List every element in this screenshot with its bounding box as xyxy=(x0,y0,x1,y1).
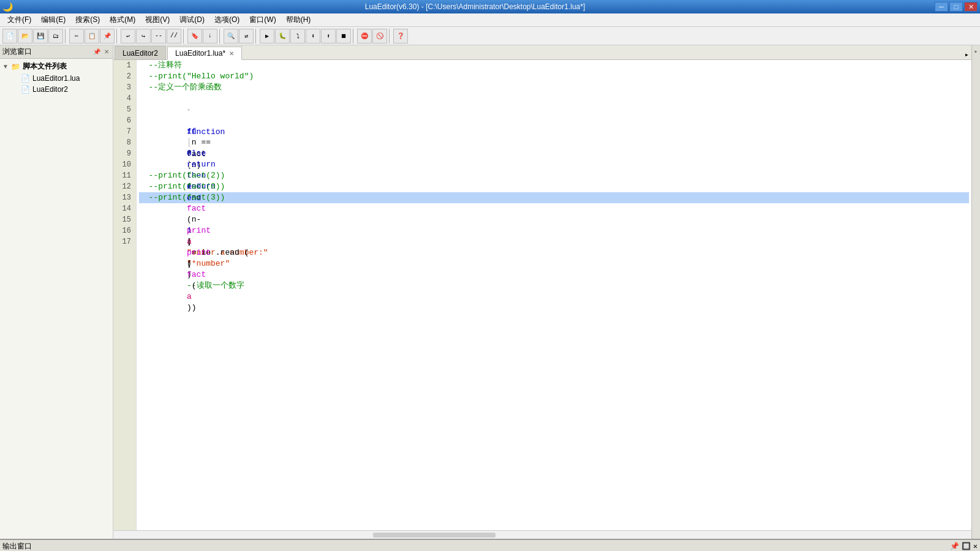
tab-scroll-right[interactable]: ▸ xyxy=(965,50,969,59)
tab-luaeditor1-close[interactable]: ✕ xyxy=(229,50,234,57)
code-content[interactable]: --注释符 --print("Hello world") --定义一个阶乘函数 … xyxy=(137,60,971,530)
line-numbers: 1 2 3 4 5 6 7 8 9 10 11 12 13 14 15 16 1… xyxy=(113,60,137,530)
menu-search[interactable]: 搜索(S) xyxy=(70,13,105,26)
clear-breakpoints[interactable]: 🚫 xyxy=(372,29,387,43)
menu-help[interactable]: 帮助(H) xyxy=(281,13,316,26)
line-num-15: 15 xyxy=(116,214,134,225)
stop-button[interactable]: ⏹ xyxy=(336,29,351,43)
right-panel-arrow: ▸ xyxy=(974,48,978,55)
code-line-2[interactable]: --print("Hello world") xyxy=(139,71,969,82)
code-line-5[interactable]: if n == 0 then xyxy=(139,104,969,115)
line-num-5: 5 xyxy=(116,104,134,115)
code-line-8[interactable]: │ return n= fact (n- 1 ) xyxy=(139,137,969,148)
bookmark-next[interactable]: ↓ xyxy=(203,29,217,43)
cut-button[interactable]: ✂ xyxy=(69,29,84,43)
menu-file[interactable]: 文件(F) xyxy=(2,13,36,26)
step-out[interactable]: ⬆ xyxy=(321,29,336,43)
close-button[interactable]: ✕ xyxy=(964,2,978,12)
step-over[interactable]: ⤵ xyxy=(290,29,305,43)
line-num-13: 13 xyxy=(116,192,134,203)
output-header: 输出窗口 📌 🔲 ✕ xyxy=(0,540,980,551)
line-num-1: 1 xyxy=(116,60,134,71)
main-layout: 浏览窗口 📌 ✕ ▼ 📁 脚本文件列表 📄 LuaEditor1.lua xyxy=(0,45,980,539)
comment-button[interactable]: -- xyxy=(151,29,166,43)
code-line-9[interactable]: - end xyxy=(139,148,969,159)
menu-bar: 文件(F) 编辑(E) 搜索(S) 格式(M) 视图(V) 调试(D) 选项(O… xyxy=(0,13,980,27)
right-panel-toggle[interactable]: ▸ xyxy=(971,45,980,539)
code-line-10[interactable]: end xyxy=(139,159,969,170)
line-num-4: 4 xyxy=(116,93,134,104)
menu-view[interactable]: 视图(V) xyxy=(140,13,175,26)
hscroll-thumb[interactable] xyxy=(373,533,496,538)
comment-1: --注释符 xyxy=(139,61,182,70)
comment-11: --print(fact(2)) xyxy=(139,171,225,180)
output-float[interactable]: 🔲 xyxy=(962,542,971,551)
toolbar-sep-4 xyxy=(219,29,222,43)
tab-luaeditor2[interactable]: LuaEditor2 xyxy=(115,46,166,59)
code-line-15[interactable]: a = io .read ( "*number" ) --读取一个数字 xyxy=(139,214,969,225)
run-button[interactable]: ▶ xyxy=(260,29,274,43)
sidebar: 浏览窗口 📌 ✕ ▼ 📁 脚本文件列表 📄 LuaEditor1.lua xyxy=(0,45,113,539)
menu-window[interactable]: 窗口(W) xyxy=(244,13,281,26)
copy-button[interactable]: 📋 xyxy=(85,29,99,43)
bookmark-toggle[interactable]: 🔖 xyxy=(187,29,202,43)
code-line-14[interactable]: print ( "enter a number:" ) xyxy=(139,203,969,214)
tree-root[interactable]: ▼ 📁 脚本文件列表 xyxy=(1,60,111,73)
code-line-13[interactable]: --print(fact(3)) xyxy=(139,192,969,203)
uncomment-button[interactable]: // xyxy=(167,29,181,43)
output-close[interactable]: ✕ xyxy=(973,542,978,551)
code-line-17[interactable] xyxy=(139,236,969,247)
sidebar-header: 浏览窗口 📌 ✕ xyxy=(0,45,113,59)
code-line-3[interactable]: --定义一个阶乘函数 xyxy=(139,82,969,93)
debug-button[interactable]: 🐛 xyxy=(275,29,290,43)
output-panel: 输出窗口 📌 🔲 ✕ Stack Traceback: c:\users\adm… xyxy=(0,539,980,551)
minimize-button[interactable]: ─ xyxy=(935,2,948,12)
menu-debug[interactable]: 调试(D) xyxy=(175,13,209,26)
fn-fact-call: fact xyxy=(187,204,206,213)
sidebar-pin-button[interactable]: 📌 xyxy=(92,47,102,56)
help-button[interactable]: ❓ xyxy=(393,29,408,43)
toolbar: 📄 📂 💾 🗂 ✂ 📋 📌 ↩ ↪ -- // 🔖 ↓ 🔍 ⇄ ▶ 🐛 ⤵ ⬇ … xyxy=(0,27,980,45)
redo-button[interactable]: ↪ xyxy=(136,29,151,43)
line-num-2: 2 xyxy=(116,71,134,82)
code-line-11[interactable]: --print(fact(2)) xyxy=(139,170,969,181)
tree-item-lua2-label: LuaEditor2 xyxy=(32,85,68,94)
save-all-button[interactable]: 🗂 xyxy=(48,29,63,43)
save-button[interactable]: 💾 xyxy=(33,29,48,43)
title-bar: 🌙 LuaEditor(v6.30) - [C:\Users\Administr… xyxy=(0,0,980,13)
sidebar-close-button[interactable]: ✕ xyxy=(103,47,110,56)
menu-options[interactable]: 选项(O) xyxy=(209,13,244,26)
menu-format[interactable]: 格式(M) xyxy=(105,13,140,26)
line-num-12: 12 xyxy=(116,181,134,192)
tab-bar: LuaEditor2 LuaEditor1.lua* ✕ ▸ xyxy=(113,45,971,60)
toolbar-sep-7 xyxy=(389,29,391,43)
tree-item-lua1[interactable]: 📄 LuaEditor1.lua xyxy=(1,73,111,84)
open-button[interactable]: 📂 xyxy=(18,29,32,43)
paste-button[interactable]: 📌 xyxy=(100,29,115,43)
code-line-16[interactable]: print ( fact ( a )) xyxy=(139,225,969,236)
breakpoint-button[interactable]: ⛔ xyxy=(357,29,372,43)
tab-luaeditor2-label: LuaEditor2 xyxy=(123,49,158,58)
code-line-12[interactable]: --print(fact(0)) xyxy=(139,181,969,192)
replace-button[interactable]: ⇄ xyxy=(239,29,254,43)
toolbar-sep-5 xyxy=(255,29,258,43)
tab-luaeditor1[interactable]: LuaEditor1.lua* ✕ xyxy=(167,47,242,60)
undo-button[interactable]: ↩ xyxy=(121,29,135,43)
maximize-button[interactable]: □ xyxy=(949,2,963,12)
menu-edit[interactable]: 编辑(E) xyxy=(36,13,70,26)
fold-4[interactable]: - xyxy=(187,107,190,113)
code-line-7[interactable]: else xyxy=(139,126,969,137)
comment-3: --定义一个阶乘函数 xyxy=(139,83,222,92)
find-button[interactable]: 🔍 xyxy=(224,29,238,43)
code-line-1[interactable]: --注释符 xyxy=(139,60,969,71)
code-line-6[interactable]: │ return 1 xyxy=(139,115,969,126)
output-pin[interactable]: 📌 xyxy=(950,542,959,551)
root-expander[interactable]: ▼ xyxy=(2,63,11,70)
tree-item-lua2[interactable]: 📄 LuaEditor2 xyxy=(1,84,111,95)
code-editor[interactable]: 1 2 3 4 5 6 7 8 9 10 11 12 13 14 15 16 1… xyxy=(113,60,971,530)
new-button[interactable]: 📄 xyxy=(2,29,17,43)
horizontal-scrollbar[interactable] xyxy=(113,530,971,539)
comment-13: --print(fact(3)) xyxy=(139,193,225,202)
step-into[interactable]: ⬇ xyxy=(306,29,320,43)
code-line-4[interactable]: - function fact (n) xyxy=(139,93,969,104)
